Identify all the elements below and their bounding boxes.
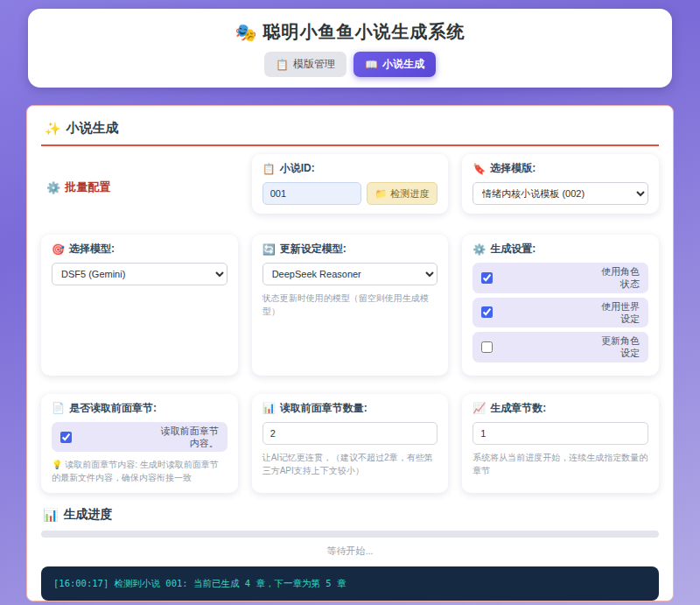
read-prev-option: 读取前面章节内容。: [52, 422, 228, 453]
tab-template-management[interactable]: 📋 模版管理: [264, 52, 346, 77]
read-prev-label-text: 是否读取前面章节:: [69, 401, 157, 416]
chapter-count-hint: 系统将从当前进度开始，连续生成指定数量的章节: [472, 451, 648, 477]
refresh-icon: 🔄: [262, 243, 276, 256]
batch-config-label: ⚙️ 批量配置: [41, 154, 238, 214]
book-icon: 📖: [365, 59, 378, 71]
chapter-count-field: 📈 生成章节数: 系统将从当前进度开始，连续生成指定数量的章节: [462, 394, 659, 494]
use-character-state-checkbox[interactable]: [481, 272, 493, 284]
config-row-3: 📄 是否读取前面章节: 读取前面章节内容。 💡 读取前面章节内容: 生成时读取前…: [41, 394, 659, 494]
section-title: ✨ 小说生成: [41, 117, 659, 146]
gen-settings-label: ⚙️ 生成设置:: [472, 242, 648, 257]
novel-id-field: 📋 小说ID: 📁 检测进度: [252, 154, 449, 214]
template-field: 🔖 选择模版: 情绪内核小说模板 (002): [462, 154, 659, 214]
bulb-icon: 💡: [52, 460, 62, 469]
check-progress-label: 检测进度: [390, 187, 429, 200]
progress-title-text: 生成进度: [63, 507, 112, 523]
app-title-text: 聪明小鱼鱼小说生成系统: [262, 20, 465, 44]
read-prev-field: 📄 是否读取前面章节: 读取前面章节内容。 💡 读取前面章节内容: 生成时读取前…: [41, 394, 238, 494]
chapter-count-label: 📈 生成章节数:: [472, 401, 648, 416]
option-update-character-setting: 更新角色设定: [472, 332, 648, 362]
prev-count-label-text: 读取前面章节数量:: [280, 401, 368, 416]
document-icon: 📋: [262, 163, 276, 175]
clipboard-icon: 📋: [276, 59, 289, 71]
template-label-text: 选择模版:: [490, 161, 536, 176]
section-title-text: 小说生成: [66, 120, 119, 137]
generation-progress-bar: [41, 531, 659, 538]
bar-chart-icon: 📊: [262, 402, 276, 414]
option-use-world-setting: 使用世界设定: [472, 298, 648, 328]
novel-id-input-row: 📁 检测进度: [262, 182, 438, 205]
read-prev-label: 📄 是否读取前面章节:: [52, 401, 228, 416]
main-nav: 📋 模版管理 📖 小说生成: [28, 52, 672, 77]
update-character-setting-label: 更新角色设定: [598, 334, 640, 360]
read-prev-hint: 💡 读取前面章节内容: 生成时读取前面章节的最新文件内容，确保内容衔接一致: [52, 458, 228, 484]
gear-icon: ⚙️: [46, 181, 60, 194]
gen-settings-label-text: 生成设置:: [490, 242, 536, 257]
page-title: 🎭 聪明小鱼鱼小说生成系统: [28, 20, 672, 44]
use-world-setting-label: 使用世界设定: [598, 300, 640, 326]
bookmark-icon: 🔖: [472, 163, 486, 175]
target-icon: 🎯: [52, 243, 65, 256]
page-background: 🎭 聪明小鱼鱼小说生成系统 📋 模版管理 📖 小说生成 ✨ 小说生成 ⚙️ 批量…: [0, 9, 700, 601]
update-model-field: 🔄 更新设定模型: DeepSeek Reasoner 状态更新时使用的模型（留…: [252, 235, 449, 376]
novel-id-label: 📋 小说ID:: [262, 161, 438, 176]
config-row-1: ⚙️ 批量配置 📋 小说ID: 📁 检测进度 🔖: [41, 154, 659, 214]
prev-count-label: 📊 读取前面章节数量:: [262, 401, 438, 416]
log-line: [16:00:17] 检测到小说 001: 当前已生成 4 章，下一章为第 5 …: [53, 578, 346, 588]
model-select[interactable]: DSF5 (Gemini): [52, 263, 228, 285]
progress-section-title: 📊 生成进度: [41, 507, 659, 523]
novel-id-label-text: 小说ID:: [280, 161, 315, 176]
chart-up-icon: 📈: [472, 402, 486, 414]
chapter-count-input[interactable]: [472, 422, 648, 445]
template-select[interactable]: 情绪内核小说模板 (002): [472, 182, 648, 205]
prev-count-field: 📊 读取前面章节数量: 让AI记忆更连贯，（建议不超过2章，有些第三方API支持…: [252, 394, 449, 494]
option-use-character-state: 使用角色状态: [472, 263, 648, 293]
model-label: 🎯 选择模型:: [52, 242, 228, 257]
novel-id-input[interactable]: [262, 182, 361, 205]
read-prev-checkbox[interactable]: [60, 432, 72, 443]
read-prev-checkbox-label: 读取前面章节内容。: [159, 425, 219, 450]
batch-config-text: 批量配置: [65, 179, 110, 195]
prev-count-input[interactable]: [262, 422, 438, 445]
config-row-2: 🎯 选择模型: DSF5 (Gemini) 🔄 更新设定模型: DeepSeek…: [41, 235, 659, 376]
update-model-hint: 状态更新时使用的模型（留空则使用生成模型）: [262, 292, 438, 318]
use-world-setting-checkbox[interactable]: [481, 306, 493, 318]
update-character-setting-checkbox[interactable]: [481, 341, 493, 353]
app-header: 🎭 聪明小鱼鱼小说生成系统 📋 模版管理 📖 小说生成: [28, 9, 672, 88]
gen-settings-field: ⚙️ 生成设置: 使用角色状态 使用世界设定 更新角色设定: [462, 235, 659, 376]
read-prev-hint-text: 读取前面章节内容: 生成时读取前面章节的最新文件内容，确保内容衔接一致: [52, 460, 219, 482]
log-console: [16:00:17] 检测到小说 001: 当前已生成 4 章，下一章为第 5 …: [41, 566, 659, 601]
bar-chart-icon: 📊: [43, 508, 58, 522]
masks-icon: 🎭: [235, 22, 258, 43]
chapter-count-label-text: 生成章节数:: [490, 401, 546, 416]
folder-icon: 📁: [375, 188, 388, 200]
update-model-label-text: 更新设定模型:: [280, 242, 346, 257]
tab-template-label: 模版管理: [293, 57, 335, 72]
check-progress-button[interactable]: 📁 检测进度: [367, 182, 438, 205]
tab-novel-generation[interactable]: 📖 小说生成: [354, 52, 436, 77]
model-label-text: 选择模型:: [69, 242, 115, 257]
update-model-label: 🔄 更新设定模型:: [262, 242, 438, 257]
tab-novel-label: 小说生成: [382, 57, 424, 72]
prev-count-hint: 让AI记忆更连贯，（建议不超过2章，有些第三方API支持上下文较小）: [262, 451, 438, 477]
gear-icon: ⚙️: [472, 243, 486, 256]
template-label: 🔖 选择模版:: [472, 161, 648, 176]
page-icon: 📄: [52, 402, 65, 414]
model-field: 🎯 选择模型: DSF5 (Gemini): [41, 235, 238, 376]
novel-generation-panel: ✨ 小说生成 ⚙️ 批量配置 📋 小说ID: 📁 检测进度: [26, 105, 674, 601]
use-character-state-label: 使用角色状态: [598, 265, 640, 291]
update-model-select[interactable]: DeepSeek Reasoner: [262, 263, 438, 285]
status-text: 等待开始...: [41, 545, 659, 558]
sparkles-icon: ✨: [45, 121, 61, 137]
